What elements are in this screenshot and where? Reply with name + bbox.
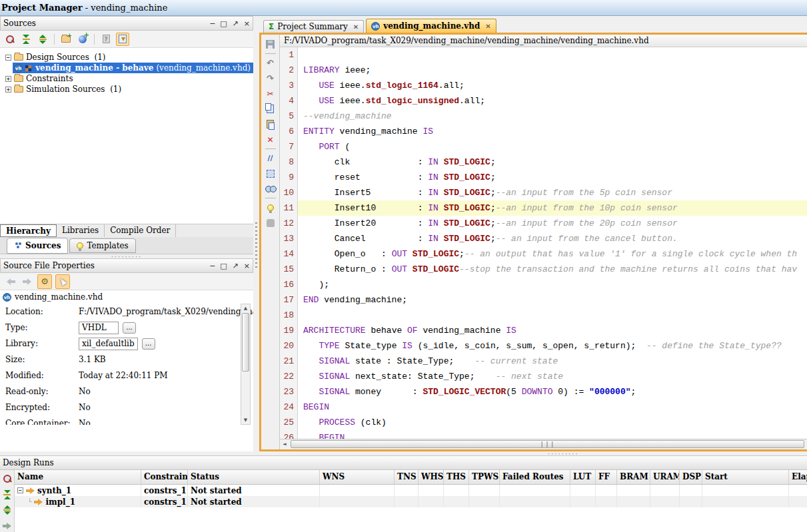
code-line[interactable]: 1 [280,47,807,63]
code-line[interactable]: 16 ); [280,277,807,292]
run-name-cell[interactable]: └impl_1 [15,496,141,507]
code-line[interactable]: 24BEGIN [280,399,807,415]
code-line[interactable]: 25 PROCESS (clk) [280,415,807,430]
run-cell[interactable] [570,496,596,507]
tree-item-design-sources[interactable]: − Design Sources (1) [0,52,253,63]
run-column-header[interactable]: Constraints [141,470,188,484]
code-line[interactable]: 23 SIGNAL money : STD_LOGIC_VECTOR(5 DOW… [280,384,807,399]
code-line[interactable]: 5--vending_machine [280,109,807,124]
run-cell[interactable] [789,485,807,496]
run-cell[interactable] [469,496,500,507]
scroll-left-icon[interactable]: ◄ [280,440,289,449]
maximize-icon[interactable]: □ [220,18,227,30]
add-sources-button[interactable] [76,33,89,46]
run-cell[interactable] [500,496,570,507]
code-line[interactable]: 14 Open_o : OUT STD_LOGIC;-- an output t… [280,246,807,262]
run-column-header[interactable]: Failed Routes [500,470,570,484]
search-button[interactable] [1,473,14,485]
open-source-button[interactable] [59,33,73,46]
editor-horizontal-scrollbar[interactable]: ◄ | | | [280,439,807,449]
run-cell[interactable] [702,496,789,507]
code-line[interactable]: 8 clk : IN STD_LOGIC; [280,154,807,170]
run-column-header[interactable]: Status [188,470,320,484]
code-line[interactable]: 26 BEGIN [280,430,807,439]
vertical-scrollbar[interactable]: ▲ ▼ [241,304,251,425]
cut-button[interactable]: ✂ [264,86,277,101]
code-line[interactable]: 2LIBRARY ieee; [280,63,807,78]
code-line[interactable]: 19ARCHITECTURE behave OF vending_machine… [280,323,807,338]
run-cell[interactable] [395,496,418,507]
maximize-icon[interactable]: □ [220,260,227,272]
tab-sources[interactable]: Sources [7,238,68,254]
run-cell[interactable] [418,496,444,507]
expander-plus-icon[interactable]: + [5,87,11,93]
run-cell[interactable] [789,496,807,507]
tree-item-module[interactable]: vh vending_machine - behave (vending_mac… [0,63,253,73]
toggle-comment-button[interactable]: // [264,150,277,166]
search-button[interactable] [3,33,16,46]
tab-templates[interactable]: Templates [69,238,135,253]
tab-project-summary[interactable]: Σ Project Summary ✕ [263,20,364,33]
code-line[interactable]: 9 reset : IN STD_LOGIC; [280,170,807,185]
run-cell[interactable] [650,496,680,507]
launch-runs-button[interactable] [1,520,14,532]
ellipsis-button[interactable]: ... [142,338,155,350]
run-constraints-cell[interactable]: constrs_1 [141,485,188,496]
code-line[interactable]: 10 Insert5 : IN STD_LOGIC;--an input fro… [280,185,807,200]
code-line[interactable]: 17END vending_machine; [280,292,807,308]
expander-plus-icon[interactable]: + [5,76,11,82]
tab-compile-order[interactable]: Compile Order [105,224,176,237]
run-column-header[interactable]: Start [702,470,789,484]
close-icon[interactable]: × [244,260,250,272]
code-line[interactable]: 21 SIGNAL state : State_Type; -- current… [280,354,807,369]
run-cell[interactable] [702,485,789,496]
expand-all-button[interactable] [36,33,49,46]
run-column-header[interactable]: URAM [650,470,680,484]
run-cell[interactable] [617,485,650,496]
undo-button[interactable]: ↶ [264,55,277,71]
save-button[interactable] [264,37,277,52]
block-select-button[interactable] [264,166,277,181]
expander-minus-icon[interactable]: − [5,55,11,61]
run-column-header[interactable]: Elap [789,470,807,484]
delete-button[interactable]: ✕ [264,132,277,147]
copy-button[interactable] [264,101,277,117]
scroll-up-icon[interactable]: ▲ [241,304,250,312]
run-column-header[interactable]: TPWS [469,470,500,484]
run-column-header[interactable]: DSP [680,470,702,484]
run-column-header[interactable]: Name [15,470,141,484]
scrollbar-thumb[interactable] [242,313,249,372]
tab-libraries[interactable]: Libraries [57,224,105,237]
code-line[interactable]: 22 SIGNAL next_state: State_Type; -- nex… [280,369,807,384]
code-line[interactable]: 3 USE ieee.std_logic_1164.all; [280,78,807,93]
run-cell[interactable] [680,496,702,507]
templates-button[interactable] [264,215,277,230]
run-cell[interactable] [650,485,680,496]
minimize-icon[interactable]: ─ [211,18,215,30]
close-tab-icon[interactable]: ✕ [353,23,359,31]
run-cell[interactable] [596,496,617,507]
run-cell[interactable] [320,496,395,507]
run-column-header[interactable]: BRAM [617,470,650,484]
code-line[interactable]: 12 Insert20 : IN STD_LOGIC;--an input fr… [280,216,807,231]
tree-item-simulation-sources[interactable]: + Simulation Sources (1) [0,84,253,95]
run-column-header[interactable]: LUT [570,470,596,484]
close-tab-icon[interactable]: ✕ [485,23,490,30]
run-name-cell[interactable]: −synth_1 [15,485,141,496]
run-cell[interactable] [395,485,418,496]
tab-hierarchy[interactable]: Hierarchy [0,224,57,237]
run-column-header[interactable]: FF [596,470,617,484]
minimize-icon[interactable]: ─ [211,260,215,272]
code-line[interactable]: 11 Insert10 : IN STD_LOGIC;--an input fr… [280,200,807,216]
tab-vending-machine-vhd[interactable]: vh vending_machine.vhd ✕ [366,19,496,33]
expander-minus-icon[interactable]: − [17,487,23,493]
back-button[interactable] [4,275,17,288]
float-icon[interactable]: ↗ [233,260,239,272]
settings-button[interactable]: ⚙ [37,274,52,289]
selected-tree-item[interactable]: vh vending_machine - behave (vending_mac… [13,63,253,73]
run-cell[interactable] [444,496,469,507]
run-cell[interactable] [596,485,617,496]
ellipsis-button[interactable]: ... [123,322,136,334]
help-button[interactable]: ? [99,33,113,46]
scroll-down-icon[interactable]: ▼ [241,416,250,424]
